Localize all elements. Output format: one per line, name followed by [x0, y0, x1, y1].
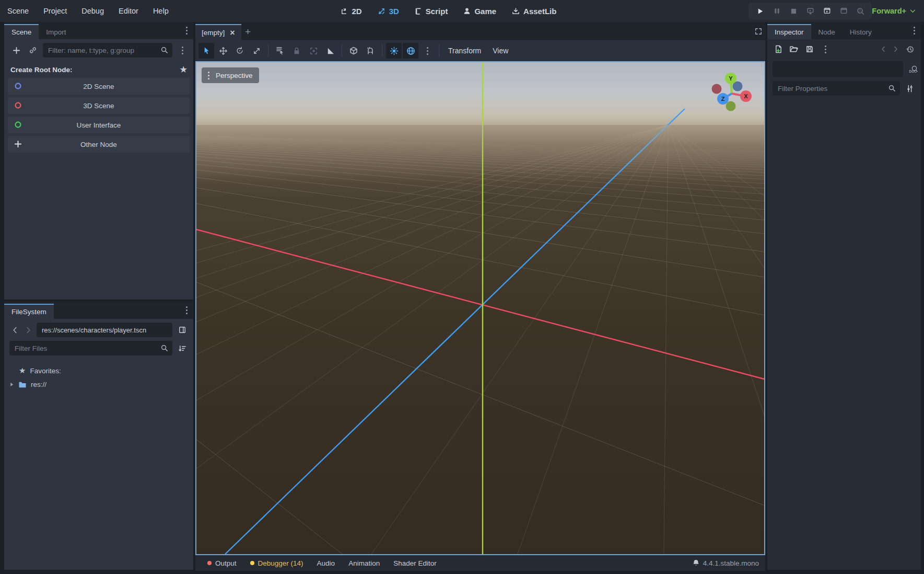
- workspace-2d-label: 2D: [352, 7, 361, 16]
- tab-import[interactable]: Import: [39, 24, 73, 39]
- select-tool-button[interactable]: [198, 43, 214, 59]
- version-info[interactable]: 4.4.1.stable.mono: [693, 559, 759, 567]
- play-button[interactable]: [753, 4, 767, 18]
- preview-sun-button[interactable]: [386, 43, 402, 59]
- workspace-script[interactable]: Script: [410, 7, 453, 16]
- bottom-tab-shader-editor[interactable]: Shader Editor: [388, 559, 442, 567]
- expand-arrow-icon[interactable]: [9, 382, 14, 387]
- output-label: Output: [215, 559, 237, 567]
- ruler-tool-button[interactable]: [322, 43, 338, 59]
- resource-menu-button[interactable]: [818, 42, 832, 56]
- inspector-filter-input[interactable]: [773, 81, 900, 96]
- perspective-menu[interactable]: Perspective: [202, 67, 259, 83]
- expand-viewport-button[interactable]: [752, 25, 765, 38]
- menu-editor[interactable]: Editor: [111, 7, 146, 15]
- menu-view[interactable]: View: [487, 47, 513, 55]
- menu-transform[interactable]: Transform: [443, 47, 486, 55]
- rotate-tool-button[interactable]: [232, 43, 248, 59]
- save-button[interactable]: [803, 42, 816, 56]
- workspace-game[interactable]: Game: [458, 7, 501, 16]
- favorites-star-icon[interactable]: ★: [180, 65, 187, 74]
- bottom-tab-animation[interactable]: Animation: [343, 559, 385, 567]
- play-scene-button[interactable]: [820, 4, 834, 18]
- load-resource-button[interactable]: [787, 42, 801, 56]
- bottom-tab-debugger[interactable]: Debugger (14): [244, 559, 309, 567]
- local-space-button[interactable]: [346, 43, 361, 59]
- scene-filter-input[interactable]: [43, 43, 172, 58]
- movie-maker-button[interactable]: [853, 4, 868, 18]
- instance-scene-button[interactable]: [26, 43, 40, 57]
- tab-node[interactable]: Node: [811, 24, 843, 39]
- scene-tab-empty[interactable]: [empty] ×: [195, 24, 241, 40]
- new-resource-button[interactable]: [771, 42, 785, 56]
- renderer-selector[interactable]: Forward+: [872, 0, 916, 22]
- new-scene-tab-button[interactable]: +: [241, 25, 255, 39]
- create-user-interface-label: User Interface: [77, 121, 121, 129]
- scene-filter-menu-button[interactable]: [176, 43, 189, 57]
- sliders-icon: [906, 85, 914, 93]
- remote-debug-button[interactable]: [803, 4, 817, 18]
- filesystem-dock-menu-button[interactable]: [180, 303, 193, 317]
- current-path-field[interactable]: [37, 323, 172, 337]
- gizmo-neg-y[interactable]: [726, 101, 736, 111]
- game-icon: [463, 7, 471, 15]
- tab-scene[interactable]: Scene: [4, 24, 39, 39]
- property-tools-button[interactable]: [903, 82, 917, 95]
- pause-button[interactable]: [769, 4, 784, 18]
- workspace-2d[interactable]: 2D: [335, 7, 367, 16]
- scene-dock-menu-button[interactable]: [180, 24, 193, 37]
- preview-environment-button[interactable]: [403, 43, 418, 59]
- create-other-node-button[interactable]: Other Node: [8, 136, 190, 153]
- toggle-split-mode-button[interactable]: [176, 323, 189, 337]
- gizmo-neg-x[interactable]: [712, 84, 722, 94]
- history-back-button[interactable]: [9, 323, 20, 337]
- sort-files-button[interactable]: [176, 341, 189, 355]
- menu-project[interactable]: Project: [36, 7, 74, 15]
- object-name-field[interactable]: [773, 61, 903, 77]
- star-icon: ★: [19, 366, 26, 375]
- close-icon[interactable]: ×: [230, 28, 235, 38]
- tab-history[interactable]: History: [843, 24, 879, 39]
- menu-scene[interactable]: Scene: [0, 7, 36, 15]
- 3d-viewport[interactable]: Perspective Y X Z: [195, 61, 765, 555]
- add-node-button[interactable]: [9, 43, 23, 57]
- tree-item-favorites[interactable]: ★ Favorites:: [4, 363, 193, 378]
- stop-button[interactable]: [786, 4, 801, 18]
- sun-icon: [390, 47, 399, 55]
- list-select-tool-button[interactable]: [272, 43, 288, 59]
- menu-help[interactable]: Help: [146, 7, 176, 15]
- snap-button[interactable]: [362, 43, 378, 59]
- history-forward-button[interactable]: [23, 323, 33, 337]
- create-3d-scene-label: 3D Scene: [83, 102, 114, 110]
- bottom-tab-audio[interactable]: Audio: [311, 559, 341, 567]
- tab-inspector[interactable]: Inspector: [767, 24, 811, 39]
- create-root-node-label: Create Root Node:: [10, 66, 73, 74]
- workspace-3d[interactable]: 3D: [372, 7, 404, 16]
- workspace-assetlib[interactable]: AssetLib: [507, 7, 562, 16]
- 3d-icon: [378, 7, 385, 15]
- object-history-button[interactable]: [903, 42, 917, 56]
- bell-icon: [693, 559, 699, 567]
- history-clock-icon: [906, 45, 914, 53]
- inspector-forward-button[interactable]: [891, 42, 901, 56]
- play-custom-scene-button[interactable]: [836, 4, 851, 18]
- viewport-menu-button[interactable]: [419, 43, 435, 59]
- group-tool-button[interactable]: [306, 43, 321, 59]
- 3d-grid-canvas[interactable]: [196, 62, 764, 554]
- open-docs-button[interactable]: DOC: [907, 62, 921, 76]
- view-axis-gizmo[interactable]: Y X Z: [705, 64, 760, 120]
- tab-filesystem[interactable]: FileSystem: [4, 304, 54, 319]
- inspector-dock-menu-button[interactable]: [907, 24, 921, 37]
- lock-tool-button[interactable]: [289, 43, 305, 59]
- tree-item-res[interactable]: res://: [4, 378, 193, 391]
- create-user-interface-button[interactable]: User Interface: [8, 117, 190, 133]
- filesystem-filter-input[interactable]: [9, 341, 172, 355]
- filesystem-dock: FileSystem ★ Favorites: res:/: [4, 302, 193, 570]
- scale-tool-button[interactable]: [249, 43, 264, 59]
- bottom-tab-output[interactable]: Output: [202, 559, 242, 567]
- create-2d-scene-button[interactable]: 2D Scene: [8, 78, 190, 95]
- create-3d-scene-button[interactable]: 3D Scene: [8, 97, 190, 114]
- inspector-back-button[interactable]: [878, 42, 888, 56]
- move-tool-button[interactable]: [215, 43, 231, 59]
- menu-debug[interactable]: Debug: [74, 7, 111, 15]
